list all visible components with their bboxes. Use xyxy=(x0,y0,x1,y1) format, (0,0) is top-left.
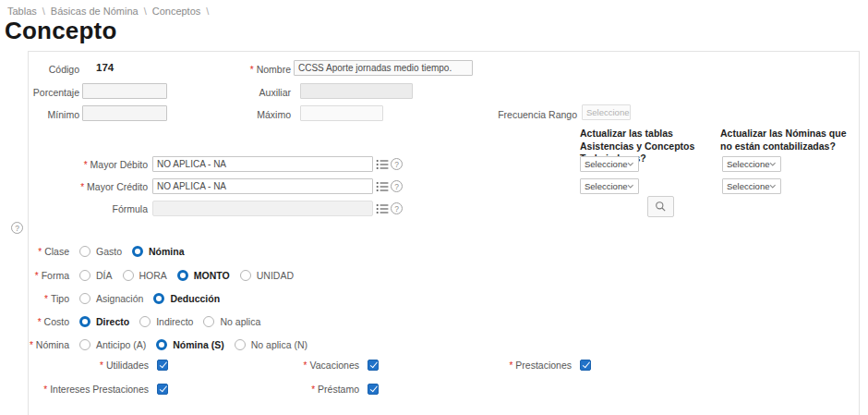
auxiliar-label: Auxiliar xyxy=(226,87,291,98)
breadcrumb-item-conceptos[interactable]: Conceptos xyxy=(152,6,201,17)
radio-selected-icon[interactable] xyxy=(79,316,90,327)
radio-option-no-aplica-n[interactable]: No aplica (N) xyxy=(235,339,307,350)
checkbox-checked-icon[interactable] xyxy=(580,360,591,371)
mayor-credito-label: *Mayor Crédito xyxy=(46,181,148,193)
forma-label: *Forma xyxy=(18,270,69,281)
radio-option-anticipo-a[interactable]: Anticipo (A) xyxy=(79,339,146,350)
checkbox-field-prestaciones[interactable]: *Prestaciones xyxy=(441,359,591,371)
help-icon[interactable]: ? xyxy=(391,158,403,170)
radio-selected-icon[interactable] xyxy=(153,293,164,304)
radio-option-directo[interactable]: Directo xyxy=(79,316,129,327)
utilidades-label: *Utilidades xyxy=(100,360,149,371)
radio-unselected-icon[interactable] xyxy=(79,293,90,304)
mayor-debito-input[interactable] xyxy=(152,156,373,172)
codigo-value: 174 xyxy=(96,62,114,73)
help-icon[interactable]: ? xyxy=(391,180,403,192)
radio-option-deduccion[interactable]: Deducción xyxy=(153,293,220,304)
nombre-label: *Nombre xyxy=(208,64,291,76)
clase-label: *Clase xyxy=(18,246,69,257)
frecuencia-rango-label: Frecuencia Rango xyxy=(485,109,577,120)
radio-option-hora[interactable]: HORA xyxy=(123,270,167,281)
search-icon xyxy=(655,201,667,213)
chevron-down-icon xyxy=(627,184,634,189)
radio-unselected-icon[interactable] xyxy=(235,339,246,350)
porcentaje-label: Porcentaje xyxy=(15,87,79,98)
checkbox-checked-icon[interactable] xyxy=(368,360,379,371)
radio-unselected-icon[interactable] xyxy=(123,270,134,281)
nominas-select-row2[interactable]: Seleccione xyxy=(722,178,781,194)
asistencias-select-row2[interactable]: Seleccione xyxy=(580,178,639,194)
chevron-down-icon xyxy=(769,162,777,166)
radio-unselected-icon[interactable] xyxy=(240,270,251,281)
radio-option-unidad[interactable]: UNIDAD xyxy=(240,270,294,281)
list-picker-icon[interactable] xyxy=(375,158,389,170)
radio-option-asignacion[interactable]: Asignación xyxy=(79,293,143,304)
minimo-label: Mínimo xyxy=(15,109,79,120)
vacaciones-label: *Vacaciones xyxy=(304,360,359,371)
radio-unselected-icon[interactable] xyxy=(203,316,214,327)
breadcrumb: Tablas \ Básicas de Nómina \ Conceptos \ xyxy=(7,6,209,17)
asistencias-select-row1[interactable]: Seleccione xyxy=(580,156,639,172)
radio-option-no-aplica[interactable]: No aplica xyxy=(203,316,260,327)
radio-unselected-icon[interactable] xyxy=(79,246,90,257)
checkbox-field-vacaciones[interactable]: *Vacaciones xyxy=(229,359,379,371)
radio-group-clase: *Clase Gasto Nómina xyxy=(18,245,185,257)
radio-unselected-icon[interactable] xyxy=(79,270,90,281)
nominas-select-row1[interactable]: Seleccione xyxy=(722,156,781,172)
radio-option-monto[interactable]: MONTO xyxy=(177,270,230,281)
list-picker-icon[interactable] xyxy=(375,202,389,214)
radio-option-dia[interactable]: DÍA xyxy=(79,270,113,281)
maximo-label: Máximo xyxy=(226,109,291,120)
frecuencia-rango-select[interactable]: Seleccione xyxy=(582,104,631,120)
page-title: Concepto xyxy=(5,17,116,45)
intereses-prestaciones-label: *Intereses Prestaciones xyxy=(43,384,149,395)
breadcrumb-separator: \ xyxy=(206,6,209,17)
required-marker: * xyxy=(84,160,88,170)
radio-option-nomina[interactable]: Nómina xyxy=(132,246,185,257)
breadcrumb-separator: \ xyxy=(144,6,147,17)
radio-option-nomina-s[interactable]: Nómina (S) xyxy=(156,339,223,350)
radio-selected-icon[interactable] xyxy=(132,246,143,257)
breadcrumb-item-tablas[interactable]: Tablas xyxy=(7,6,37,17)
formula-label: Fórmula xyxy=(46,203,148,214)
chevron-down-icon xyxy=(769,184,777,189)
required-marker: * xyxy=(250,65,254,75)
tipo-label: *Tipo xyxy=(18,293,69,304)
formula-input[interactable] xyxy=(152,201,373,216)
chevron-down-icon xyxy=(627,162,634,166)
checkbox-field-prestamo[interactable]: *Préstamo xyxy=(229,383,379,395)
maximo-input[interactable] xyxy=(300,105,383,121)
auxiliar-input[interactable] xyxy=(300,83,413,99)
checkbox-field-utilidades[interactable]: *Utilidades xyxy=(18,359,168,371)
nombre-input[interactable] xyxy=(294,60,473,76)
breadcrumb-separator: \ xyxy=(42,6,45,17)
radio-option-indirecto[interactable]: Indirecto xyxy=(139,316,193,327)
radio-selected-icon[interactable] xyxy=(177,270,188,281)
help-icon[interactable]: ? xyxy=(391,202,403,214)
header-actualizar-nominas: Actualizar las Nóminas que no están cont… xyxy=(720,128,861,153)
checkbox-checked-icon[interactable] xyxy=(368,384,379,395)
radio-group-forma: *Forma DÍA HORA MONTO UNIDAD xyxy=(18,269,294,281)
list-picker-icon[interactable] xyxy=(375,180,389,192)
help-icon[interactable]: ? xyxy=(11,222,23,234)
radio-group-costo: *Costo Directo Indirecto No aplica xyxy=(18,315,260,327)
nomina-label: *Nómina xyxy=(18,339,69,350)
checkbox-checked-icon[interactable] xyxy=(157,384,168,395)
costo-label: *Costo xyxy=(18,316,69,327)
mayor-credito-input[interactable] xyxy=(152,178,373,194)
required-marker: * xyxy=(80,182,84,192)
codigo-label: Código xyxy=(15,64,79,75)
radio-selected-icon[interactable] xyxy=(156,339,167,350)
minimo-input[interactable] xyxy=(82,105,167,121)
porcentaje-input[interactable] xyxy=(82,83,167,99)
radio-unselected-icon[interactable] xyxy=(139,316,151,327)
radio-unselected-icon[interactable] xyxy=(79,339,90,350)
radio-group-nomina: *Nómina Anticipo (A) Nómina (S) No aplic… xyxy=(18,338,307,350)
search-button[interactable] xyxy=(647,196,674,217)
radio-group-tipo: *Tipo Asignación Deducción xyxy=(18,292,220,304)
checkbox-field-intereses-prestaciones[interactable]: *Intereses Prestaciones xyxy=(18,383,168,395)
radio-option-gasto[interactable]: Gasto xyxy=(79,246,122,257)
breadcrumb-item-basicas-de-nomina[interactable]: Básicas de Nómina xyxy=(51,6,139,17)
checkbox-checked-icon[interactable] xyxy=(157,360,168,371)
prestamo-label: *Préstamo xyxy=(311,384,359,395)
